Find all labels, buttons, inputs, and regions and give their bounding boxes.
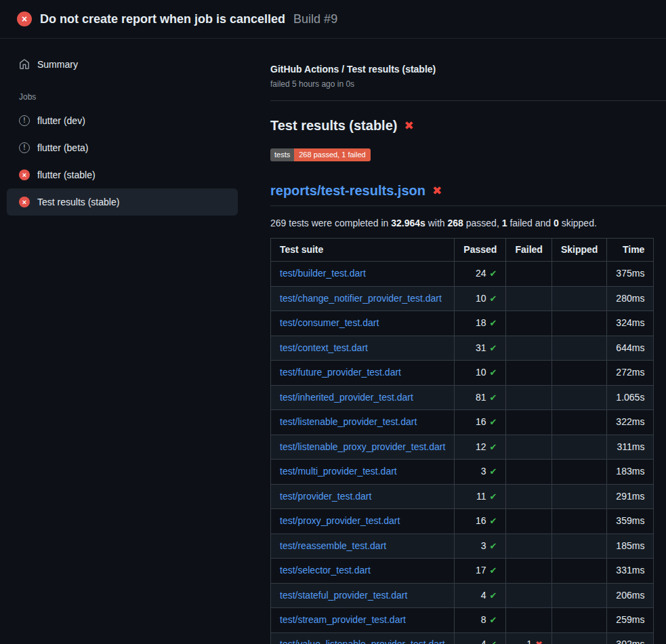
suite-link[interactable]: test/context_test.dart	[280, 342, 368, 353]
passed-cell: 10✔	[455, 286, 506, 311]
failed-cell: ✖	[506, 484, 551, 509]
passed-count: 10	[476, 293, 486, 304]
check-icon: ✔	[490, 566, 497, 575]
suite-link[interactable]: test/change_notifier_provider_test.dart	[280, 293, 442, 304]
skipped-cell	[551, 410, 606, 435]
time-cell: 311ms	[607, 435, 654, 460]
summary-skipped-count: 0	[554, 218, 559, 228]
passed-count: 12	[476, 441, 486, 453]
check-icon: ✔	[490, 443, 497, 451]
passed-count: 17	[476, 565, 486, 576]
suite-link[interactable]: test/inherited_provider_test.dart	[280, 392, 413, 403]
failed-cell: ✖	[506, 311, 551, 336]
skipped-cell	[551, 484, 606, 509]
exclamation-glyph: !	[23, 117, 25, 124]
summary-failed-count: 1	[502, 218, 507, 228]
failed-cell: ✖	[506, 509, 551, 534]
time-cell: 206ms	[607, 583, 654, 608]
skipped-cell	[551, 385, 606, 410]
summary-passed-count: 268	[448, 218, 463, 228]
run-meta: failed 5 hours ago in 0s	[270, 79, 654, 89]
jobs-list: ! × flutter (dev) ! × flutter (beta) ! ×…	[0, 107, 254, 216]
table-row: test/value_listenable_provider_test.dart…	[271, 632, 654, 644]
sidebar-job-item[interactable]: ! × Test results (stable)	[7, 188, 238, 216]
failed-cell: ✖	[506, 534, 551, 559]
x-icon: ✖	[535, 640, 543, 644]
exclamation-glyph: !	[23, 144, 25, 151]
sidebar-job-item[interactable]: ! × flutter (dev)	[7, 107, 238, 134]
passed-count: 81	[476, 392, 486, 403]
suite-link[interactable]: test/listenable_proxy_provider_test.dart	[280, 441, 445, 452]
time-cell: 359ms	[607, 509, 654, 534]
passed-count: 4	[481, 590, 486, 601]
passed-count: 8	[481, 614, 486, 626]
report-file-link[interactable]: reports/test-results.json	[270, 183, 425, 199]
time-cell: 322ms	[607, 410, 654, 435]
failed-cell: ✖	[506, 361, 551, 386]
passed-cell: 3✔	[455, 534, 506, 559]
check-icon: ✔	[490, 591, 497, 600]
suite-link[interactable]: test/selector_test.dart	[280, 565, 371, 576]
table-row: test/provider_test.dart 11✔ ✖ 291ms	[271, 484, 654, 509]
skipped-cell	[551, 435, 606, 460]
failed-cell: 1✖	[506, 632, 551, 644]
x-glyph: ×	[22, 172, 26, 179]
suite-link[interactable]: test/value_listenable_provider_test.dart	[280, 639, 445, 644]
suite-link[interactable]: test/listenable_provider_test.dart	[280, 416, 417, 427]
time-cell: 324ms	[607, 311, 654, 336]
check-icon: ✔	[490, 344, 497, 353]
table-row: test/consumer_test.dart 18✔ ✖ 324ms	[271, 311, 654, 336]
jobs-section-label: Jobs	[19, 92, 254, 102]
x-glyph: ×	[22, 199, 26, 206]
build-number: Build #9	[293, 12, 337, 26]
passed-cell: 18✔	[455, 311, 506, 336]
time-cell: 644ms	[607, 336, 654, 361]
skipped-cell	[551, 632, 606, 644]
table-row: test/selector_test.dart 17✔ ✖ 331ms	[271, 559, 654, 584]
suite-link[interactable]: test/builder_test.dart	[280, 268, 366, 279]
suite-link[interactable]: test/consumer_test.dart	[280, 317, 379, 328]
col-header-time: Time	[607, 239, 654, 262]
passed-cell: 16✔	[455, 509, 506, 534]
summary-text: skipped.	[559, 218, 597, 228]
skipped-cell	[551, 286, 606, 311]
suite-link[interactable]: test/stateful_provider_test.dart	[280, 590, 407, 601]
failed-status-icon: ×	[17, 12, 32, 26]
passed-cell: 4✔	[455, 632, 506, 644]
suite-link[interactable]: test/future_provider_test.dart	[280, 367, 401, 378]
time-cell: 1.065s	[607, 385, 654, 410]
suite-cell: test/listenable_provider_test.dart	[271, 410, 455, 435]
suite-cell: test/future_provider_test.dart	[271, 361, 455, 386]
skipped-cell	[551, 460, 606, 485]
failed-count: 1	[526, 639, 532, 644]
badge-label: tests	[270, 148, 294, 161]
passed-count: 16	[476, 515, 486, 527]
time-cell: 302ms	[607, 632, 654, 644]
sidebar-item-summary[interactable]: Summary	[0, 55, 254, 74]
passed-count: 24	[476, 268, 486, 279]
time-cell: 185ms	[607, 534, 654, 559]
summary-text: passed,	[463, 218, 502, 228]
failed-x-icon: ✖	[404, 120, 413, 132]
results-table: Test suite Passed Failed Skipped Time te…	[270, 238, 654, 644]
check-icon: ✔	[490, 640, 497, 644]
suite-link[interactable]: test/multi_provider_test.dart	[280, 466, 397, 477]
passed-cell: 24✔	[455, 262, 506, 287]
section-title-row: Test results (stable) ✖	[270, 118, 654, 134]
jobs-sidebar: Summary Jobs ! × flutter (dev) ! × flutt…	[0, 39, 254, 644]
failed-cell: ✖	[506, 336, 551, 361]
workflow-run-title: Do not create report when job is cancell…	[40, 12, 285, 26]
suite-link[interactable]: test/provider_test.dart	[280, 491, 371, 502]
suite-link[interactable]: test/stream_provider_test.dart	[280, 614, 406, 625]
sidebar-job-item[interactable]: ! × flutter (beta)	[7, 134, 238, 161]
check-icon: ✔	[490, 542, 497, 550]
summary-duration: 32.964s	[391, 218, 425, 228]
check-icon: ✔	[490, 294, 497, 303]
table-row: test/context_test.dart 31✔ ✖ 644ms	[271, 336, 654, 361]
failed-cell: ✖	[506, 435, 551, 460]
summary-text: failed and	[507, 218, 554, 228]
sidebar-job-item[interactable]: ! × flutter (stable)	[7, 161, 238, 188]
suite-link[interactable]: test/reassemble_test.dart	[280, 540, 386, 551]
passed-cell: 10✔	[455, 361, 506, 386]
suite-link[interactable]: test/proxy_provider_test.dart	[280, 515, 400, 526]
